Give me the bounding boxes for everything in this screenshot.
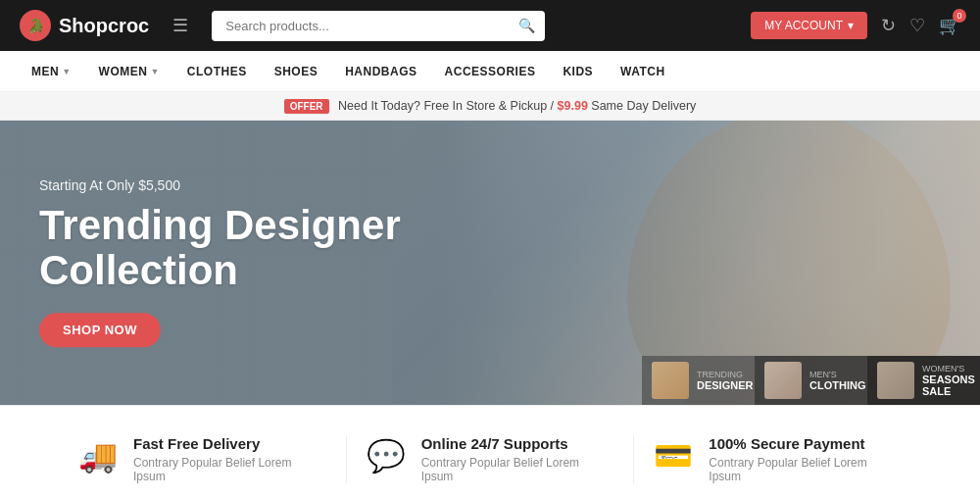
header: 🐊 Shopcroc ☰ 🔍 MY ACCOUNT ▾ ↻ ♡ 🛒 0 <box>0 0 980 51</box>
hero-thumbnails: Trending DESIGNER Men's CLOTHING Women's… <box>642 356 980 405</box>
nav-item-women[interactable]: WOMEN ▼ <box>87 51 172 91</box>
thumb-text-1: Trending DESIGNER <box>697 370 753 391</box>
search-icon: 🔍 <box>518 18 535 33</box>
thumb-image-3 <box>877 362 914 399</box>
search-button[interactable]: 🔍 <box>518 18 535 33</box>
nav-item-accessories[interactable]: ACCESSORIES <box>433 51 548 91</box>
logo[interactable]: 🐊 Shopcroc <box>20 10 149 41</box>
hero-subtitle: Starting At Only $5,500 <box>39 177 401 193</box>
header-actions: MY ACCOUNT ▾ ↻ ♡ 🛒 0 <box>751 12 960 39</box>
feature-support-text: Online 24/7 Supports Contrary Popular Be… <box>421 435 614 483</box>
hero-thumb-womens[interactable]: Women's SEASONS SALE <box>867 356 980 405</box>
payment-icon: 💳 <box>654 437 693 474</box>
shop-now-button[interactable]: SHOP NOW <box>39 314 161 348</box>
hamburger-menu[interactable]: ☰ <box>165 11 196 40</box>
main-nav: MEN ▼ WOMEN ▼ CLOTHES SHOES HANDBAGS ACC… <box>0 51 980 92</box>
chevron-down-icon: ▼ <box>62 67 71 76</box>
hero-thumb-trending[interactable]: Trending DESIGNER <box>642 356 755 405</box>
feature-payment: 💳 100% Secure Payment Contrary Popular B… <box>634 435 921 483</box>
my-account-label: MY ACCOUNT <box>764 19 843 32</box>
cart-icon[interactable]: 🛒 0 <box>939 15 960 36</box>
feature-delivery-desc: Contrary Popular Belief Lorem Ipsum <box>133 456 326 483</box>
thumb-text-2: Men's CLOTHING <box>809 370 865 391</box>
nav-item-handbags[interactable]: HANDBAGS <box>333 51 428 91</box>
delivery-icon: 🚚 <box>78 437 118 474</box>
hero-title-line2: Collection <box>39 248 238 294</box>
thumb-image-2 <box>764 362 802 399</box>
thumb-image-1 <box>652 362 689 399</box>
hero-title: Trending Designer Collection <box>39 203 401 293</box>
wishlist-icon[interactable]: ♡ <box>909 15 925 36</box>
feature-support-desc: Contrary Popular Belief Lorem Ipsum <box>421 456 614 483</box>
chevron-down-icon: ▾ <box>848 19 854 32</box>
feature-payment-desc: Contrary Popular Belief Lorem Ipsum <box>709 456 902 483</box>
cart-badge: 0 <box>953 9 966 23</box>
search-bar: 🔍 <box>212 11 545 41</box>
feature-delivery-text: Fast Free Delivery Contrary Popular Beli… <box>133 435 326 483</box>
nav-item-shoes[interactable]: SHOES <box>263 51 330 91</box>
thumb-text-3: Women's SEASONS SALE <box>922 364 975 397</box>
refresh-icon[interactable]: ↻ <box>881 15 896 36</box>
promo-text: Need It Today? Free In Store & Pickup / <box>338 99 558 113</box>
feature-support: 💬 Online 24/7 Supports Contrary Popular … <box>347 435 635 483</box>
hero-section: Starting At Only $5,500 Trending Designe… <box>0 121 980 405</box>
chevron-down-icon: ▼ <box>150 67 159 76</box>
feature-payment-title: 100% Secure Payment <box>709 435 902 452</box>
nav-item-watch[interactable]: WATCH <box>609 51 677 91</box>
nav-item-kids[interactable]: KIDS <box>551 51 605 91</box>
nav-item-clothes[interactable]: CLOTHES <box>175 51 259 91</box>
features-section: 🚚 Fast Free Delivery Contrary Popular Be… <box>0 405 980 499</box>
hero-title-line1: Trending Designer <box>39 202 401 248</box>
logo-text: Shopcroc <box>59 15 149 37</box>
promo-bar: OFFER Need It Today? Free In Store & Pic… <box>0 92 980 121</box>
feature-support-title: Online 24/7 Supports <box>421 435 614 452</box>
my-account-button[interactable]: MY ACCOUNT ▾ <box>751 12 867 39</box>
promo-suffix: Same Day Delivery <box>591 99 696 113</box>
promo-badge: OFFER <box>284 99 329 114</box>
feature-delivery-title: Fast Free Delivery <box>133 435 326 452</box>
feature-payment-text: 100% Secure Payment Contrary Popular Bel… <box>709 435 902 483</box>
feature-delivery: 🚚 Fast Free Delivery Contrary Popular Be… <box>59 435 347 483</box>
nav-item-men[interactable]: MEN ▼ <box>20 51 83 91</box>
hero-thumb-mens[interactable]: Men's CLOTHING <box>755 356 867 405</box>
search-input[interactable] <box>212 11 545 41</box>
hero-content: Starting At Only $5,500 Trending Designe… <box>39 177 401 347</box>
logo-icon: 🐊 <box>20 10 51 41</box>
promo-price: $9.99 <box>558 99 588 113</box>
support-icon: 💬 <box>367 437 406 474</box>
